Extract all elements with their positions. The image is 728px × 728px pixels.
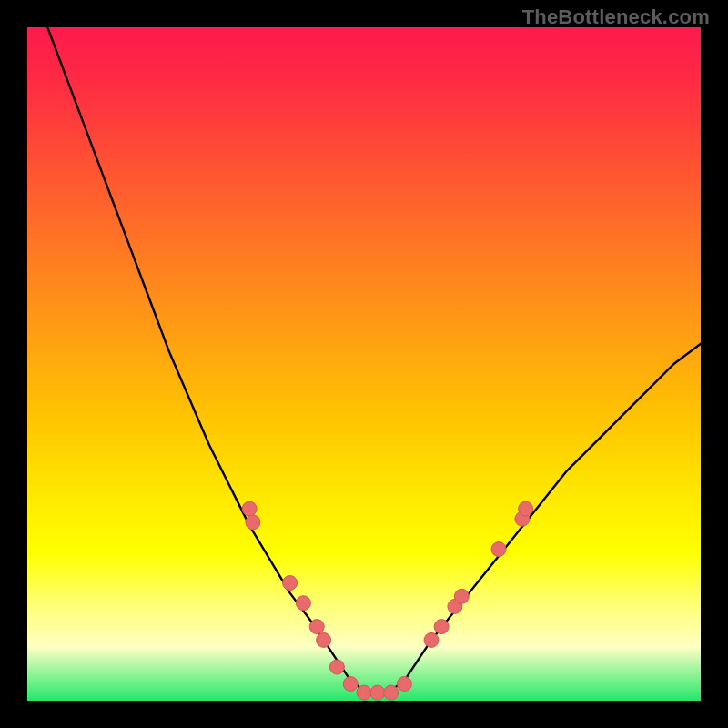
data-marker	[384, 685, 399, 700]
data-marker	[343, 677, 358, 692]
data-marker	[424, 632, 439, 647]
data-marker	[519, 501, 533, 516]
data-marker	[491, 542, 506, 557]
data-marker	[296, 596, 310, 611]
data-marker	[317, 632, 331, 647]
data-marker	[242, 501, 257, 516]
marker-layer	[242, 501, 532, 700]
data-marker	[434, 620, 449, 634]
data-marker	[357, 685, 371, 700]
data-marker	[454, 589, 469, 603]
data-marker	[370, 685, 385, 700]
data-marker	[283, 576, 298, 591]
data-marker	[309, 620, 324, 634]
chart-overlay	[27, 27, 701, 701]
data-marker	[397, 677, 411, 692]
data-marker	[329, 660, 344, 674]
data-marker	[246, 515, 260, 530]
chart-frame: TheBottleneck.com	[0, 0, 728, 728]
bottleneck-curve	[47, 27, 701, 694]
watermark-text: TheBottleneck.com	[522, 5, 710, 29]
